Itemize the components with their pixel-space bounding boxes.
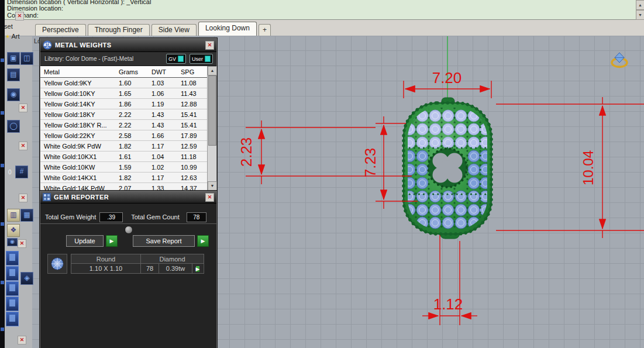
selection-tool-icon[interactable]: ▣ [7,52,20,65]
gem-count-cell[interactable]: 78 [141,264,159,273]
gv-indicator [178,56,184,62]
gem-summary-row: Round Diamond 1.10 X 1.10 78 0.39tw ▶ [47,254,216,274]
save-report-button[interactable]: Save Report [133,235,195,247]
gem-shape-header[interactable]: Round [71,254,141,264]
library-bar: Library: Color Dome - (Fast)-Metal GV Us… [40,52,216,66]
close-icon[interactable]: ✕ [18,239,26,248]
metal-weights-panel[interactable]: METAL WEIGHTS ✕ Library: Color Dome - (F… [40,38,217,192]
layer-slot-icon[interactable] [6,281,19,296]
move-tool-icon[interactable]: ◫ [20,52,33,65]
update-play-icon[interactable]: ▶ [106,235,118,247]
metal-table-row[interactable]: Yellow Gold:22KY 2.58 1.66 17.89 [40,130,216,141]
metal-weights-titlebar[interactable]: METAL WEIGHTS ✕ [40,39,216,52]
docked-toolbar-strip[interactable] [0,0,5,348]
dock-icon[interactable] [1,111,4,115]
dock-icon[interactable] [1,164,4,167]
command-bar[interactable]: Dimension location ( Vertical Horizontal… [5,0,636,20]
counter-label: 0 [8,169,12,175]
gv-toggle-button[interactable]: GV [166,54,186,64]
scale-icon [43,40,52,50]
gem-weight-cell[interactable]: 0.39tw [159,264,192,273]
grid-snap-icon[interactable]: # [15,166,28,178]
total-gem-count-value[interactable]: 78 [187,212,206,222]
layers-tool-icon[interactable]: ▤ [7,68,20,81]
metal-table-row[interactable]: Yellow Gold:10KY 1.65 1.06 11.43 [40,88,216,99]
gem-reporter-buttons: Update ▶ Save Report ▶ [66,235,216,247]
metal-table-row[interactable]: White Gold:10KX1 1.61 1.04 11.18 [40,151,216,162]
palette-tool-icon[interactable]: ❖ [7,224,20,237]
total-gem-count-label: Total Gem Count [131,213,180,220]
total-gem-weight-label: Total Gem Weight [45,213,96,220]
metal-table-row[interactable]: Yellow Gold:9KY 1.60 1.03 11.08 [40,78,216,88]
user-indicator [205,56,211,62]
total-gem-weight-value[interactable]: .39 [99,212,123,222]
layer-slot-icon[interactable] [6,266,19,281]
metal-table-row[interactable]: Yellow Gold:18KY 2.22 1.43 15.41 [40,109,216,120]
scroll-up-icon[interactable]: ▲ [636,0,644,10]
save-report-play-icon[interactable]: ▶ [197,235,209,247]
texture-tool-icon[interactable]: ▦ [20,209,33,222]
metal-table-row[interactable]: White Gold:10KW 1.59 1.02 10.99 [40,162,216,173]
tab-side-view[interactable]: Side View [151,24,197,36]
metal-table-row[interactable]: Yellow Gold:14KY 1.86 1.19 12.88 [40,99,216,109]
tab-through-finger[interactable]: Through Finger [88,24,150,36]
dock-icon[interactable] [1,222,4,226]
close-icon[interactable]: ✕ [19,142,27,150]
table-header: Metal Grams DWT SPG [40,66,216,78]
column-header-metal[interactable]: Metal [40,68,119,75]
close-icon[interactable]: ✕ [205,193,214,202]
column-header-spg[interactable]: SPG [181,68,208,75]
close-icon[interactable]: ✕ [205,41,214,50]
circle-tool-icon[interactable]: ◉ [7,88,20,101]
column-header-grams[interactable]: Grams [119,68,151,75]
rollup-knob[interactable] [125,226,133,234]
layer-slot-icon[interactable] [6,297,19,311]
play-icon[interactable]: ▶ [196,266,200,272]
viewport-tab-bar: Perspective Through Finger Side View Loo… [5,20,644,36]
close-icon[interactable]: ✕ [19,104,27,112]
panel-title: GEM REPORTER [54,194,205,201]
metal-weights-table: Metal Grams DWT SPG Yellow Gold:9KY 1.60… [40,66,216,191]
gem-reporter-titlebar[interactable]: GEM REPORTER ✕ [40,191,216,204]
art-button[interactable]: ✶Art [5,33,19,40]
gem-thumbnail[interactable] [47,254,67,274]
close-icon[interactable]: ✕ [15,12,24,20]
update-button[interactable]: Update [66,235,104,247]
gem-row-action[interactable]: ▶ [192,264,203,273]
table-scrollbar[interactable]: ▲ ▼ [207,66,216,191]
metal-table-row[interactable]: White Gold:14KX1 1.82 1.17 12.63 [40,173,216,183]
star-icon: ✶ [5,33,10,40]
tab-perspective[interactable]: Perspective [35,24,86,36]
metal-table-row[interactable]: White Gold:9K PdW 1.82 1.17 12.59 [40,141,216,151]
application-window: 7.20 2.23 7.23 10.04 1.12 Dimension loca… [0,0,644,348]
eye-visibility-icon[interactable]: ◉ [7,238,18,246]
close-icon[interactable]: ✕ [18,336,26,344]
gem-table: Round Diamond 1.10 X 1.10 78 0.39tw ▶ [71,254,204,274]
tab-looking-down[interactable]: Looking Down [198,22,257,36]
dock-icon[interactable] [1,328,4,331]
layer-slot-icon[interactable] [6,251,19,266]
scroll-up-icon[interactable]: ▲ [208,66,217,75]
gem-totals-bar: Total Gem Weight .39 Total Gem Count 78 [40,211,216,224]
close-icon[interactable]: ✕ [19,194,27,202]
library-label: Library: Color Dome - (Fast)-Metal [44,56,166,62]
gem-size-cell[interactable]: 1.10 X 1.10 [71,264,141,273]
dock-icon[interactable] [1,58,4,62]
layer-slot-icon[interactable] [6,312,19,326]
gem-type-header[interactable]: Diamond [141,254,204,264]
metal-table-row[interactable]: Yellow Gold:18KY R... 2.22 1.43 15.41 [40,120,216,130]
command-bar-scrollbar[interactable]: ▲ ▼ [636,0,644,20]
scroll-down-icon[interactable]: ▼ [636,10,644,20]
scroll-down-icon[interactable]: ▼ [208,181,217,191]
dock-icon[interactable] [1,281,4,284]
panel-title: METAL WEIGHTS [55,42,205,49]
command-prompt-line: Dimension location: [7,5,63,12]
scrollbar-thumb[interactable] [208,75,216,146]
column-header-dwt[interactable]: DWT [151,68,181,75]
material-tool-icon[interactable]: ▥ [7,209,20,222]
user-toggle-button[interactable]: User [190,54,213,64]
gem-tool-icon[interactable]: ◈ [20,272,33,285]
new-viewport-tab-button[interactable]: + [259,24,271,36]
sphere-tool-icon[interactable]: ◯ [7,120,20,133]
gem-reporter-panel[interactable]: GEM REPORTER ✕ Total Gem Weight .39 Tota… [40,191,217,348]
